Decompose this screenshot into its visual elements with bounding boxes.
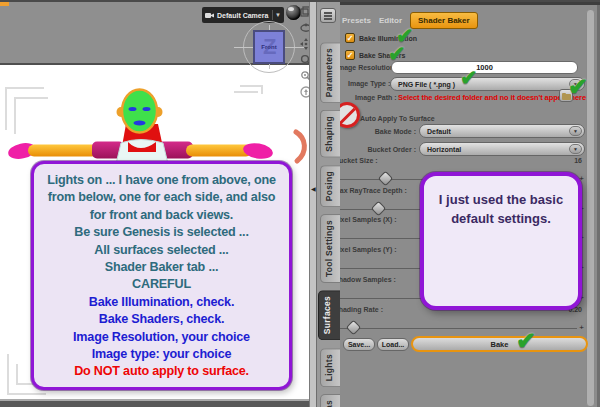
note-line: Image type: your choice [34,346,289,363]
side-tab[interactable]: Posing [320,165,340,207]
tutorial-note-box: Lights on ... I have one from above, one… [31,161,292,390]
bake-shaders-checkbox[interactable]: ✓ [345,50,355,60]
tab-presets[interactable]: Presets [342,16,371,25]
pane-splitter[interactable]: ◀ [309,2,317,407]
view-cube-front-face-label: Front [261,44,276,50]
slider-track[interactable] [338,328,577,329]
slider-label: Pixel Samples (X) : [334,216,397,223]
side-tab[interactable]: Parameters [320,42,340,103]
chevron-down-icon[interactable]: ▼ [275,12,281,18]
slider-label: Shadow Samples : [334,276,396,283]
image-type-dropdown[interactable]: PNG File ( *.png ) ▼ [390,77,585,91]
bake-mode-label: Bake Mode : [368,128,416,135]
side-tab[interactable]: Tool Settings [320,214,340,283]
load-button[interactable]: Load... [377,338,409,351]
image-type-value: PNG File ( *.png ) [398,81,455,88]
auto-apply-label: Auto Apply To Surface [360,115,480,122]
note-line: Do NOT auto apply to surface. [34,363,289,380]
note-line: Shader Baker tab ... [34,259,289,276]
image-path-label: Image Path : [355,94,395,101]
tutorial-callout-box: I just used the basic default settings. [420,172,582,310]
chevron-down-icon[interactable]: ▼ [569,126,582,136]
note-line: CAREFUL [34,276,289,293]
note-line: Bake Shaders, check. [34,311,289,328]
image-resolution-input[interactable]: 1000 [391,61,578,74]
divider [272,10,273,20]
slider-value: 16 [574,157,582,164]
bake-shaders-label: Bake Shaders [359,52,405,59]
side-tab[interactable]: Lights [320,348,340,387]
panel-header-tabs: Presets Editor Shader Baker [342,11,478,29]
bake-button[interactable]: Bake [411,336,588,352]
slider-label: Shading Rate : [334,306,383,313]
image-type-label: Image Type : [348,80,388,87]
callout-line: default settings. [424,209,578,228]
slider-label: Max RayTrace Depth : [334,187,407,194]
camera-selector-value: Default Camera [217,12,270,19]
slider-handle[interactable] [371,200,387,216]
bucket-order-value: Horizontal [427,146,461,153]
panel-menu-icon[interactable] [320,8,336,23]
app-window: Default Camera ▼ Z Front [0,0,600,407]
bake-mode-value: Default [427,128,451,135]
collapse-pane-icon[interactable]: ◀ [311,185,316,192]
note-line: for front and back views. [34,207,289,224]
window-corner-accent [0,2,9,6]
side-tab[interactable]: Surfaces [318,290,340,340]
note-line: Lights on ... I have one from above, one [34,172,289,189]
save-button[interactable]: Save... [343,338,375,351]
bake-mode-dropdown[interactable]: Default ▼ [419,124,585,138]
viewport-bottom-bar [0,401,309,407]
curved-arrow-annotation [296,132,304,161]
view-cube-widget[interactable]: Z Front [234,27,304,67]
bucket-order-label: Bucket Order : [362,146,416,153]
slider-label: Bucket Size : [334,157,378,164]
chevron-down-icon[interactable]: ▼ [569,79,582,89]
camera-icon [205,12,214,19]
browse-folder-button[interactable] [559,89,573,102]
bake-shaders-row: ✓ Bake Shaders [345,50,405,60]
view-cube[interactable]: Z Front [253,30,285,64]
side-tab-strip: ParametersShapingPosingTool SettingsSurf… [317,2,340,407]
tab-editor[interactable]: Editor [379,16,402,25]
slider-label: Pixel Samples (Y) : [334,246,397,253]
side-tab[interactable]: Cameras [320,394,340,407]
bake-illumination-label: Bake Illumination [359,35,417,42]
slider-handle[interactable] [345,319,361,335]
bucket-order-dropdown[interactable]: Horizontal ▼ [419,142,585,156]
image-resolution-label: Image Resolution : [336,64,388,71]
bake-illumination-row: ✓ Bake Illumination [345,33,417,43]
note-line: Be sure Genesis is selected ... [34,224,289,241]
note-line: Image Resolution, your choice [34,329,289,346]
side-tab[interactable]: Shaping [320,110,340,158]
note-line: Bake Illumination, check. [34,294,289,311]
panel-scrollbar[interactable] [586,9,595,407]
note-line: All surfaces selected ... [34,242,289,259]
slider-handle[interactable] [378,171,394,187]
chevron-down-icon[interactable]: ▼ [569,144,582,154]
note-line: from below, one for each side, and also [34,189,289,206]
callout-line: I just used the basic [424,190,578,209]
bake-illumination-checkbox[interactable]: ✓ [345,33,355,43]
viewport-header-area: Default Camera ▼ Z Front [0,2,309,65]
genesis-figure [7,90,274,165]
tab-shader-baker[interactable]: Shader Baker [410,12,478,29]
shader-baker-panel: Presets Editor Shader Baker ✓ Bake Illum… [340,2,600,407]
slider-increment[interactable]: + [579,323,584,332]
viewport-pane: Default Camera ▼ Z Front [0,2,309,407]
